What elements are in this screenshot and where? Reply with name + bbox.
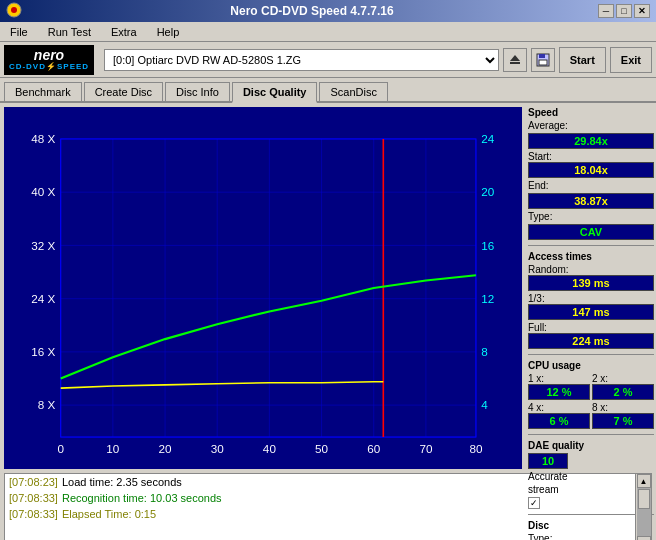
svg-rect-3	[510, 62, 520, 64]
chart-area: 48 X 40 X 32 X 24 X 16 X 8 X 24 20 16 12…	[4, 107, 522, 469]
svg-text:10: 10	[106, 442, 120, 455]
svg-marker-2	[510, 55, 520, 61]
svg-text:24 X: 24 X	[31, 292, 55, 305]
menu-run-test[interactable]: Run Test	[42, 25, 97, 39]
random-value: 139 ms	[528, 275, 654, 291]
access-section: Access times Random: 139 ms 1/3: 147 ms …	[528, 251, 654, 349]
start-value: 18.04x	[528, 162, 654, 178]
type-label: Type:	[528, 211, 654, 222]
svg-text:80: 80	[469, 442, 483, 455]
svg-text:40 X: 40 X	[31, 185, 55, 198]
scroll-track	[637, 488, 651, 536]
scroll-down-button[interactable]: ▼	[637, 536, 651, 540]
drive-selector[interactable]: [0:0] Optiarc DVD RW AD-5280S 1.ZG	[104, 49, 499, 71]
svg-text:48 X: 48 X	[31, 132, 55, 145]
window-controls[interactable]: ─ □ ✕	[598, 4, 650, 18]
menu-extra[interactable]: Extra	[105, 25, 143, 39]
full-label: Full:	[528, 322, 654, 333]
svg-text:40: 40	[263, 442, 277, 455]
svg-text:8 X: 8 X	[38, 398, 56, 411]
log-scrollbar[interactable]: ▲ ▼	[635, 474, 651, 540]
cpu-1x-value: 12 %	[528, 384, 590, 400]
svg-rect-6	[539, 60, 547, 65]
tab-benchmark[interactable]: Benchmark	[4, 82, 82, 101]
one-third-value: 147 ms	[528, 304, 654, 320]
svg-text:16 X: 16 X	[31, 345, 55, 358]
close-button[interactable]: ✕	[634, 4, 650, 18]
speed-label: Speed	[528, 107, 654, 118]
start-button[interactable]: Start	[559, 47, 606, 73]
svg-text:0: 0	[57, 442, 64, 455]
cpu-label: CPU usage	[528, 360, 654, 371]
svg-text:50: 50	[315, 442, 329, 455]
average-label: Average:	[528, 120, 654, 131]
menu-bar: File Run Test Extra Help	[0, 22, 656, 42]
dae-label: DAE quality	[528, 440, 654, 451]
cpu-1x-label: 1 x:	[528, 373, 590, 384]
save-button[interactable]	[531, 48, 555, 72]
log-text-3: Elapsed Time: 0:15	[62, 508, 156, 524]
exit-button[interactable]: Exit	[610, 47, 652, 73]
cpu-8x-value: 7 %	[592, 413, 654, 429]
log-line-2: [07:08:33] Recognition time: 10.03 secon…	[9, 492, 631, 508]
speed-section: Speed Average: 29.84x Start: 18.04x End:…	[528, 107, 654, 240]
svg-text:32 X: 32 X	[31, 239, 55, 252]
log-time-3: [07:08:33]	[9, 508, 58, 524]
random-label: Random:	[528, 264, 654, 275]
svg-text:70: 70	[419, 442, 433, 455]
log-text-2: Recognition time: 10.03 seconds	[62, 492, 222, 508]
scroll-up-button[interactable]: ▲	[637, 474, 651, 488]
chart-svg: 48 X 40 X 32 X 24 X 16 X 8 X 24 20 16 12…	[4, 107, 522, 469]
log-area: [07:08:23] Load time: 2.35 seconds [07:0…	[4, 473, 652, 540]
eject-button[interactable]	[503, 48, 527, 72]
app-title: Nero CD-DVD Speed 4.7.7.16	[26, 4, 598, 18]
tab-scan-disc[interactable]: ScanDisc	[319, 82, 387, 101]
svg-rect-5	[539, 54, 545, 58]
type-value: CAV	[528, 224, 654, 240]
stats-panel: Speed Average: 29.84x Start: 18.04x End:…	[526, 103, 656, 473]
end-value: 38.87x	[528, 193, 654, 209]
svg-text:20: 20	[159, 442, 173, 455]
tab-disc-quality[interactable]: Disc Quality	[232, 82, 318, 103]
title-bar: Nero CD-DVD Speed 4.7.7.16 ─ □ ✕	[0, 0, 656, 22]
cpu-section: CPU usage 1 x: 12 % 2 x: 2 % 4 x: 6 % 8 …	[528, 360, 654, 429]
svg-text:16: 16	[481, 239, 494, 252]
svg-text:8: 8	[481, 345, 488, 358]
minimize-button[interactable]: ─	[598, 4, 614, 18]
nero-text: nero	[34, 48, 64, 62]
menu-file[interactable]: File	[4, 25, 34, 39]
cpu-2x-label: 2 x:	[592, 373, 654, 384]
tab-create-disc[interactable]: Create Disc	[84, 82, 163, 101]
log-text-1: Load time: 2.35 seconds	[62, 476, 182, 492]
average-value: 29.84x	[528, 133, 654, 149]
svg-text:60: 60	[367, 442, 381, 455]
app-icon	[6, 2, 22, 21]
cpu-2x-value: 2 %	[592, 384, 654, 400]
end-label: End:	[528, 180, 654, 191]
svg-text:24: 24	[481, 132, 495, 145]
scroll-thumb[interactable]	[638, 489, 650, 509]
tab-bar: Benchmark Create Disc Disc Info Disc Qua…	[0, 78, 656, 103]
dae-value: 10	[528, 453, 568, 469]
svg-rect-7	[18, 107, 508, 469]
menu-help[interactable]: Help	[151, 25, 186, 39]
log-content: [07:08:23] Load time: 2.35 seconds [07:0…	[5, 474, 635, 540]
log-line-3: [07:08:33] Elapsed Time: 0:15	[9, 508, 631, 524]
main-content: 48 X 40 X 32 X 24 X 16 X 8 X 24 20 16 12…	[0, 103, 656, 473]
log-time-1: [07:08:23]	[9, 476, 58, 492]
cpu-4x-value: 6 %	[528, 413, 590, 429]
toolbar: nero CD-DVD⚡SPEED [0:0] Optiarc DVD RW A…	[0, 42, 656, 78]
cpu-4x-label: 4 x:	[528, 402, 590, 413]
svg-text:4: 4	[481, 398, 488, 411]
nero-subtitle: CD-DVD⚡SPEED	[9, 62, 89, 71]
svg-point-1	[11, 7, 17, 13]
access-label: Access times	[528, 251, 654, 262]
cpu-8x-label: 8 x:	[592, 402, 654, 413]
svg-text:20: 20	[481, 185, 495, 198]
restore-button[interactable]: □	[616, 4, 632, 18]
log-time-2: [07:08:33]	[9, 492, 58, 508]
start-label: Start:	[528, 151, 654, 162]
nero-logo: nero CD-DVD⚡SPEED	[4, 45, 94, 75]
tab-disc-info[interactable]: Disc Info	[165, 82, 230, 101]
svg-text:12: 12	[481, 292, 494, 305]
